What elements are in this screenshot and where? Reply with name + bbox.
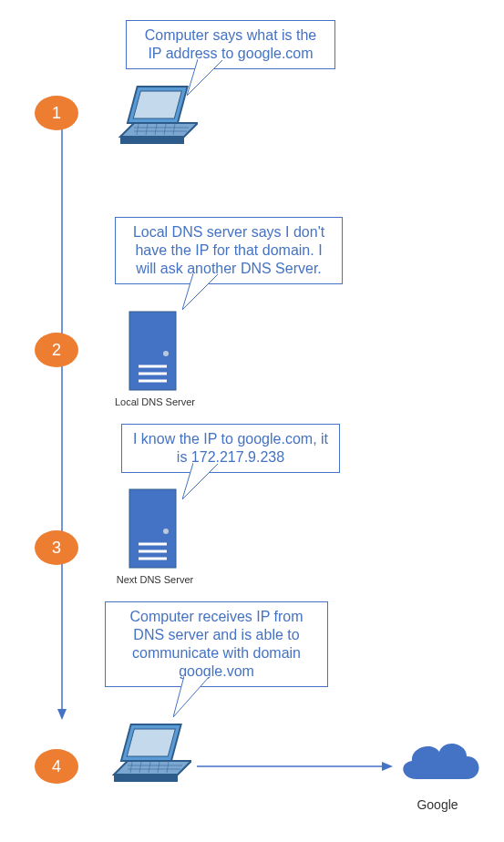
bubble-tail-3 [182, 463, 228, 499]
laptop-icon-4 [105, 720, 191, 793]
step-badge-1: 1 [35, 96, 78, 130]
svg-marker-43 [382, 762, 393, 771]
cloud-label: Google [410, 797, 465, 812]
step-number: 3 [52, 539, 61, 558]
svg-marker-34 [114, 775, 178, 782]
server-icon-next [128, 488, 178, 570]
svg-marker-6 [120, 123, 198, 137]
laptop-icon-1 [111, 82, 198, 155]
flow-arrow-to-cloud [197, 761, 393, 772]
bubble-tail-2 [182, 273, 228, 310]
svg-rect-24 [129, 489, 176, 568]
svg-marker-7 [120, 137, 184, 144]
svg-rect-5 [133, 91, 181, 118]
bubble-2: Local DNS server says I don't have the I… [115, 217, 343, 284]
svg-marker-29 [173, 676, 210, 717]
step-badge-2: 2 [35, 333, 78, 367]
svg-point-25 [163, 529, 169, 534]
flow-arrow-main [53, 128, 71, 720]
svg-marker-22 [182, 463, 219, 499]
svg-point-18 [163, 351, 169, 356]
server-label-local: Local DNS Server [109, 396, 201, 407]
step-number: 2 [52, 341, 61, 360]
step-badge-4: 4 [35, 749, 78, 784]
cloud-icon [394, 734, 485, 793]
svg-marker-1 [57, 709, 67, 720]
step-number: 1 [52, 104, 61, 123]
bubble-3: I know the IP to google.com, it is 172.2… [121, 424, 340, 473]
svg-rect-32 [127, 729, 175, 756]
bubble-tail-4 [173, 676, 219, 717]
server-label-next: Next DNS Server [109, 574, 201, 585]
step-number: 4 [52, 757, 61, 776]
step-badge-3: 3 [35, 530, 78, 565]
svg-rect-17 [129, 312, 176, 390]
bubble-4: Computer receives IP from DNS server and… [105, 601, 328, 687]
svg-marker-15 [182, 273, 219, 310]
svg-marker-33 [114, 761, 191, 775]
server-icon-local [128, 310, 178, 392]
